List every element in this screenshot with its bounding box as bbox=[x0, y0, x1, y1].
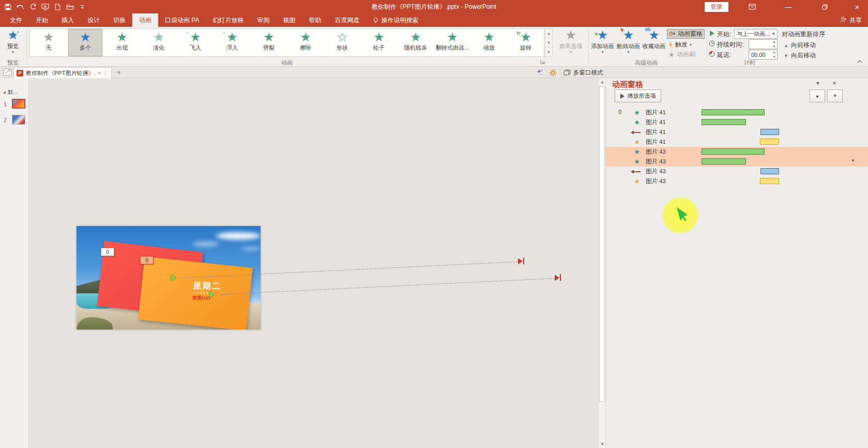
gallery-item-10[interactable]: ★随机线条 bbox=[399, 29, 432, 56]
close-button[interactable]: × bbox=[849, 0, 865, 13]
delay-up-icon[interactable]: ▲ bbox=[771, 50, 777, 55]
new-tab-button[interactable]: + bbox=[115, 68, 123, 77]
ribbon-tab-6[interactable]: 口袋动画 PA bbox=[158, 13, 206, 27]
cool-animation-button[interactable]: ★ 酷炫动画 ▾ bbox=[616, 28, 641, 59]
animation-row[interactable]: 图片 41 bbox=[606, 127, 868, 137]
slide-editing-surface[interactable]: 星期二 TUESDAY 求美DAY bbox=[77, 226, 261, 330]
slide-thumbnail-2[interactable] bbox=[12, 115, 25, 125]
ribbon-tab-12[interactable]: 操作说明搜索 bbox=[366, 13, 425, 27]
timeline-bar[interactable] bbox=[760, 178, 779, 184]
add-animation-button[interactable]: ★+ 添加动画 ▾ bbox=[590, 28, 615, 59]
redo-icon[interactable] bbox=[29, 3, 37, 11]
favorite-animation-button[interactable]: ★ 收藏动画 bbox=[642, 28, 666, 59]
ribbon-tab-7[interactable]: 幻灯片放映 bbox=[206, 13, 250, 27]
delay-spinner[interactable]: 00.00 ▲▼ bbox=[749, 50, 778, 59]
gallery-item-11[interactable]: ★翻转式由远... bbox=[436, 29, 469, 56]
gallery-item-3[interactable]: ★淡化 bbox=[142, 29, 175, 56]
tab-manager-icon[interactable] bbox=[3, 68, 13, 77]
settings-gear-icon[interactable] bbox=[549, 69, 557, 77]
multi-window-mode-button[interactable]: 多窗口模式 bbox=[564, 67, 603, 78]
trigger-button[interactable]: 触发 ▾ bbox=[668, 40, 692, 49]
animation-order-badge[interactable]: 0 bbox=[101, 248, 114, 256]
motion-path-end-marker[interactable] bbox=[555, 274, 561, 281]
ribbon-tab-4[interactable]: 切换 bbox=[106, 13, 132, 27]
new-document-icon[interactable] bbox=[54, 3, 62, 11]
animation-row[interactable]: ★图片 41 bbox=[606, 117, 868, 127]
gallery-scroll-up-icon[interactable]: ▲ bbox=[545, 29, 552, 38]
ribbon-tab-2[interactable]: 插入 bbox=[55, 13, 81, 27]
section-header[interactable]: 默... bbox=[3, 88, 17, 96]
preview-button[interactable]: ★ 预览 ▾ bbox=[1, 28, 25, 57]
gallery-more-icon[interactable]: ▼ bbox=[545, 48, 552, 56]
move-later-button[interactable]: ▼ 向后移动 bbox=[784, 51, 816, 60]
duration-spinner[interactable]: ▲▼ bbox=[749, 39, 778, 49]
delay-down-icon[interactable]: ▼ bbox=[771, 55, 777, 59]
scrollbar-thumb[interactable] bbox=[599, 86, 605, 402]
tab-menu-icon[interactable]: ⋮ bbox=[103, 70, 109, 76]
ribbon-tab-1[interactable]: 开始 bbox=[29, 13, 55, 27]
save-icon[interactable] bbox=[4, 3, 12, 11]
restore-button[interactable] bbox=[817, 0, 832, 13]
pane-menu-chevron-icon[interactable]: ▼ bbox=[812, 79, 824, 88]
move-earlier-button[interactable]: ▲ 向前移动 bbox=[784, 41, 816, 50]
timeline-bar[interactable] bbox=[702, 158, 746, 165]
animation-dialog-launcher-icon[interactable] bbox=[540, 59, 545, 64]
ribbon-tab-3[interactable]: 设计 bbox=[81, 13, 106, 27]
gallery-item-9[interactable]: ★轮子 bbox=[362, 29, 395, 56]
play-selected-button[interactable]: 播放所选项 bbox=[615, 89, 661, 102]
gallery-item-13[interactable]: ★↻旋转 bbox=[509, 29, 542, 56]
timeline-bar[interactable] bbox=[702, 119, 746, 125]
share-button[interactable]: 共享 bbox=[840, 13, 862, 27]
start-combobox-arrow-icon[interactable]: ▼ bbox=[769, 29, 777, 38]
tab-close-icon[interactable]: × bbox=[98, 70, 101, 76]
pane-close-icon[interactable]: × bbox=[829, 79, 840, 88]
document-tab[interactable]: P 教你制作《PPT图片轮播》.pptx × ⋮ bbox=[13, 67, 112, 78]
reorder-up-button[interactable]: ▲ bbox=[810, 89, 825, 102]
minimize-button[interactable]: — bbox=[781, 0, 796, 13]
animation-order-badge-selected[interactable]: 0 bbox=[140, 256, 154, 264]
gallery-scroll-down-icon[interactable]: ▼ bbox=[545, 38, 552, 48]
motion-path-end-marker[interactable] bbox=[518, 258, 524, 264]
gallery-item-5[interactable]: ★↑浮入 bbox=[216, 29, 249, 56]
gallery-item-0[interactable]: ★无 bbox=[32, 29, 65, 56]
timeline-bar[interactable] bbox=[760, 168, 779, 174]
customize-qat-icon[interactable] bbox=[79, 3, 86, 11]
timeline-bar[interactable] bbox=[702, 148, 765, 155]
timeline-bar[interactable] bbox=[760, 139, 779, 145]
ribbon-tab-9[interactable]: 视图 bbox=[276, 13, 302, 27]
reorder-down-button[interactable]: ▼ bbox=[827, 89, 843, 102]
timeline-bar[interactable] bbox=[702, 109, 765, 115]
gallery-item-2[interactable]: ★出现 bbox=[105, 29, 139, 56]
gallery-item-1[interactable]: ★多个 bbox=[69, 29, 102, 56]
animation-row[interactable]: ★图片 43 bbox=[606, 176, 868, 186]
open-folder-icon[interactable] bbox=[66, 3, 74, 11]
motion-path-start-marker[interactable] bbox=[209, 291, 215, 297]
day-title-text[interactable]: 星期二 bbox=[193, 281, 221, 292]
slide-thumbnail-1[interactable] bbox=[12, 99, 25, 109]
ribbon-tab-0[interactable]: 文件 bbox=[3, 13, 29, 27]
animation-row[interactable]: ★图片 43▼ bbox=[606, 157, 868, 167]
slideshow-icon[interactable] bbox=[41, 3, 49, 11]
animation-row[interactable]: 图片 43 bbox=[606, 167, 868, 176]
ribbon-tab-5[interactable]: 动画 bbox=[132, 13, 158, 27]
row-dropdown-icon[interactable]: ▼ bbox=[851, 158, 855, 163]
animation-pane-toggle-button[interactable]: 动画窗格 bbox=[667, 29, 704, 38]
ribbon-display-options-icon[interactable] bbox=[744, 0, 760, 13]
sign-in-button[interactable]: 登录 bbox=[705, 2, 728, 12]
scroll-down-icon[interactable]: ▼ bbox=[599, 440, 606, 448]
gallery-item-8[interactable]: ☆形状 bbox=[326, 29, 359, 56]
collapse-ribbon-icon[interactable] bbox=[857, 59, 863, 64]
undo-icon[interactable] bbox=[17, 3, 24, 11]
gallery-item-4[interactable]: ★↑飞入 bbox=[179, 29, 212, 56]
gallery-item-12[interactable]: ★缩放 bbox=[473, 29, 506, 56]
canvas-scrollbar[interactable]: ▲ ▼ bbox=[598, 78, 605, 448]
ribbon-tab-8[interactable]: 审阅 bbox=[250, 13, 276, 27]
animation-row[interactable]: 0★图片 41 bbox=[606, 108, 868, 117]
duration-down-icon[interactable]: ▼ bbox=[771, 44, 777, 49]
start-combobox[interactable]: 与上一动画... ▼ bbox=[734, 29, 778, 39]
duration-up-icon[interactable]: ▲ bbox=[771, 40, 777, 44]
animation-row[interactable]: ★图片 43 bbox=[606, 147, 868, 157]
animation-row[interactable]: ★图片 41 bbox=[606, 137, 868, 147]
gallery-item-6[interactable]: ★劈裂 bbox=[252, 29, 285, 56]
ribbon-tab-10[interactable]: 帮助 bbox=[302, 13, 328, 27]
